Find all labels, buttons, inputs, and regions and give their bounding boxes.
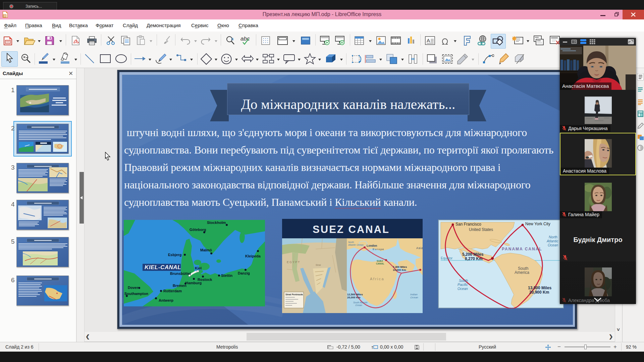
svg-text:Sinai Peninsula: Sinai Peninsula — [285, 293, 303, 296]
svg-text:Equator: Equator — [441, 256, 453, 260]
svg-text:North: North — [549, 235, 557, 239]
svg-text:Southampton: Southampton — [124, 292, 148, 296]
svg-text:7,300 Miles: 7,300 Miles — [393, 265, 407, 268]
svg-text:Ocean: Ocean — [458, 287, 468, 291]
svg-text:Dover: Dover — [128, 286, 139, 290]
svg-text:abc: abc — [240, 36, 250, 42]
svg-text:A: A — [427, 38, 430, 43]
svg-text:a: a — [231, 36, 234, 41]
svg-text:EGYPT: EGYPT — [287, 260, 301, 264]
svg-text:Indian: Indian — [410, 293, 418, 296]
svg-text:Kiel: Kiel — [195, 266, 202, 270]
svg-text:Pacific: Pacific — [458, 283, 468, 287]
svg-text:United States: United States — [469, 227, 493, 232]
svg-text:New York City: New York City — [525, 222, 550, 226]
svg-text:CANAL: CANAL — [376, 262, 384, 265]
svg-text:8,270 Km: 8,270 Km — [465, 256, 483, 261]
svg-text:Europe: Europe — [373, 248, 384, 251]
svg-text:12,500 Miles: 12,500 Miles — [347, 293, 363, 296]
svg-text:Antwerp: Antwerp — [159, 298, 173, 302]
svg-text:Atlantic Ocean: Atlantic Ocean — [348, 244, 364, 246]
svg-text:London: London — [367, 244, 377, 247]
svg-text:Rotterdam: Rotterdam — [163, 289, 182, 293]
svg-text:Bremen: Bremen — [173, 284, 186, 288]
svg-text:Göteborg: Göteborg — [190, 228, 206, 232]
svg-text:America: America — [515, 270, 529, 275]
svg-text:Malmö: Malmö — [200, 248, 212, 252]
svg-text:North: North — [348, 241, 354, 243]
svg-text:Sinai: Sinai — [316, 264, 321, 266]
svg-text:20,000 Km: 20,000 Km — [347, 296, 361, 299]
svg-text:South: South — [459, 279, 468, 283]
svg-text:Atlantic: Atlantic — [546, 239, 558, 243]
svg-text:Hamburg: Hamburg — [185, 281, 202, 285]
svg-text:Africa: Africa — [370, 277, 384, 281]
svg-text:20,900 Km: 20,900 Km — [529, 290, 549, 295]
svg-text:10,600 Km: 10,600 Km — [393, 268, 406, 272]
svg-text:SUEZ CANAL: SUEZ CANAL — [313, 224, 390, 235]
svg-text:SUEZ: SUEZ — [377, 260, 383, 262]
svg-text:Brunsbüttel: Brunsbüttel — [170, 272, 191, 276]
svg-text:Ocean: Ocean — [548, 243, 558, 247]
svg-text:Asia: Asia — [416, 246, 423, 250]
svg-text:Ocean: Ocean — [355, 304, 362, 306]
svg-text:13,000 Miles: 13,000 Miles — [528, 286, 551, 290]
svg-text:Kleipeda: Kleipeda — [245, 254, 261, 258]
svg-text:PANAMA CANAL: PANAMA CANAL — [502, 247, 542, 251]
svg-text:Ocean: Ocean — [410, 296, 418, 299]
svg-text:Esbjerg: Esbjerg — [168, 253, 181, 257]
svg-text:KIEL-CANAL: KIEL-CANAL — [145, 264, 181, 270]
svg-text:Danzig: Danzig — [238, 271, 250, 275]
svg-text:San Francisco: San Francisco — [455, 222, 481, 227]
svg-text:South Atlantic: South Atlantic — [353, 301, 368, 304]
svg-text:Stettin: Stettin — [221, 274, 233, 278]
svg-text:Stockholm: Stockholm — [207, 221, 226, 225]
svg-text:5,200 Miles: 5,200 Miles — [462, 252, 484, 257]
